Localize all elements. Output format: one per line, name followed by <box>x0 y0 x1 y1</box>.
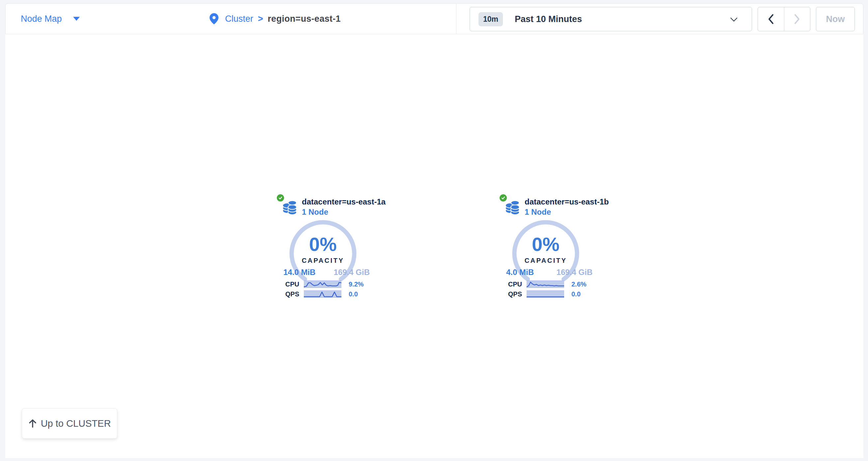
capacity-percent: 0% <box>496 233 595 255</box>
cpu-value: 9.2% <box>349 281 364 288</box>
map-area <box>5 34 863 458</box>
qps-sparkline <box>304 290 341 298</box>
breadcrumb-separator: > <box>258 14 263 24</box>
now-button[interactable]: Now <box>816 7 855 31</box>
time-range-label: Past 10 Minutes <box>515 14 582 24</box>
capacity-label: CAPACITY <box>274 257 372 264</box>
qps-label: QPS <box>274 290 299 298</box>
view-selector-dropdown[interactable]: Node Map <box>21 4 80 34</box>
datacenter-name: datacenter=us-east-1b <box>525 197 609 207</box>
up-arrow-icon <box>28 419 37 428</box>
up-to-cluster-button[interactable]: Up to CLUSTER <box>22 408 117 439</box>
breadcrumb-current: region=us-east-1 <box>268 14 341 24</box>
database-stack-icon <box>505 199 521 215</box>
capacity-label: CAPACITY <box>496 257 595 264</box>
qps-sparkline <box>527 290 564 298</box>
capacity-values: 14.0 MiB 169.4 GiB <box>283 268 370 277</box>
breadcrumb-cluster-link[interactable]: Cluster <box>225 14 253 24</box>
database-stack-icon <box>282 199 298 215</box>
status-check-icon <box>499 194 507 202</box>
up-to-cluster-label: Up to CLUSTER <box>41 418 111 429</box>
cpu-value: 2.6% <box>571 281 587 288</box>
qps-value: 0.0 <box>571 290 581 298</box>
capacity-total: 169.4 GiB <box>334 268 370 277</box>
qps-row: QPS 0.0 <box>274 290 358 298</box>
cpu-row: CPU 2.6% <box>496 280 587 288</box>
cpu-row: CPU 9.2% <box>274 280 364 288</box>
caret-down-icon <box>73 17 80 21</box>
capacity-total: 169.4 GiB <box>557 268 592 277</box>
view-selector-label: Node Map <box>21 14 62 24</box>
cpu-label: CPU <box>274 281 299 288</box>
cpu-label: CPU <box>496 281 522 288</box>
time-step-buttons <box>757 7 810 31</box>
capacity-used: 14.0 MiB <box>283 268 315 277</box>
header-divider <box>456 4 457 34</box>
cpu-sparkline <box>304 281 341 288</box>
next-time-button[interactable] <box>784 7 810 31</box>
qps-value: 0.0 <box>349 290 358 298</box>
datacenter-card[interactable]: datacenter=us-east-1a 1 Node 0% CAPACITY… <box>274 193 399 305</box>
datacenter-name: datacenter=us-east-1a <box>302 197 385 207</box>
location-pin-icon <box>210 13 218 24</box>
header-bar: Node Map Cluster > region=us-east-1 10m … <box>5 3 863 34</box>
chevron-left-icon <box>768 13 774 25</box>
chevron-right-icon <box>794 13 801 25</box>
chevron-down-icon <box>730 17 738 22</box>
node-count: 1 Node <box>525 207 609 217</box>
prev-time-button[interactable] <box>758 7 784 31</box>
time-range-badge: 10m <box>478 12 503 26</box>
capacity-used: 4.0 MiB <box>506 268 534 277</box>
datacenter-card[interactable]: datacenter=us-east-1b 1 Node 0% CAPACITY… <box>496 193 621 305</box>
capacity-percent: 0% <box>274 233 372 255</box>
breadcrumb: Cluster > region=us-east-1 <box>210 4 341 34</box>
cpu-sparkline <box>527 281 564 288</box>
capacity-values: 4.0 MiB 169.4 GiB <box>506 268 592 277</box>
qps-label: QPS <box>496 290 522 298</box>
node-count: 1 Node <box>302 207 385 217</box>
status-check-icon <box>276 194 285 202</box>
qps-row: QPS 0.0 <box>496 290 581 298</box>
time-range-selector[interactable]: 10m Past 10 Minutes <box>470 7 752 31</box>
